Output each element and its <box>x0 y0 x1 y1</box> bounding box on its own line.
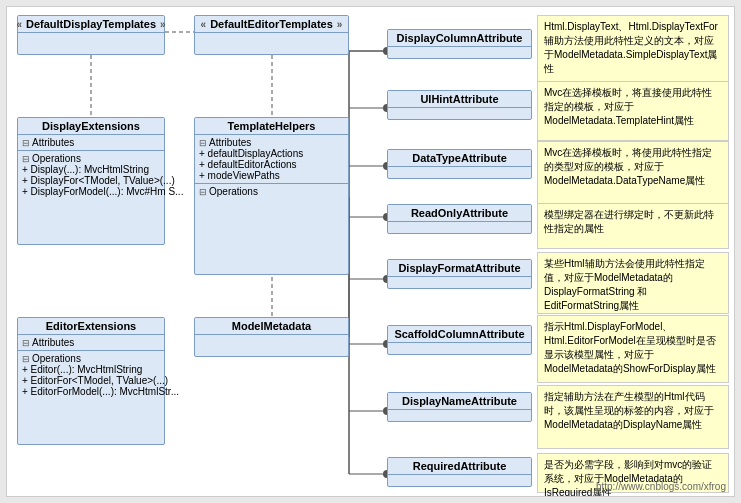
display-column-attr-box: DisplayColumnAttribute <box>387 29 532 59</box>
model-metadata-header: ModelMetadata <box>195 318 348 335</box>
template-helpers-attr-1: + defaultDisplayActions <box>199 148 344 159</box>
display-ext-op-1: + Display(...): MvcHtmlString <box>22 164 160 175</box>
required-attr-box: RequiredAttribute <box>387 457 532 487</box>
main-container: « DefaultDisplayTemplates » « DefaultEdi… <box>6 6 735 497</box>
template-helpers-attr-section: ⊟ Attributes + defaultDisplayActions + d… <box>195 135 348 184</box>
readonly-attr-box: ReadOnlyAttribute <box>387 204 532 234</box>
display-ext-op-3: + DisplayForModel(...): Mvc#Hm S... <box>22 186 160 197</box>
display-column-note-text: Html.DisplayText、Html.DisplayTextFor辅助方法… <box>544 21 718 74</box>
display-format-attr-box: DisplayFormatAttribute <box>387 259 532 289</box>
display-extensions-header: DisplayExtensions <box>18 118 164 135</box>
display-name-attr-header: DisplayNameAttribute <box>388 393 531 410</box>
template-helpers-attr-2: + defaultEditorActions <box>199 159 344 170</box>
stereo-icon-3: « <box>201 19 207 30</box>
data-type-attr-label: DataTypeAttribute <box>412 152 507 164</box>
template-helpers-box: TemplateHelpers ⊟ Attributes + defaultDi… <box>194 117 349 275</box>
display-ext-ops-header: ⊟ Operations <box>22 153 160 164</box>
readonly-note: 模型绑定器在进行绑定时，不更新此特性指定的属性 <box>537 203 729 249</box>
editor-extensions-header: EditorExtensions <box>18 318 164 335</box>
display-format-attr-label: DisplayFormatAttribute <box>398 262 520 274</box>
editor-ext-op-3: + EditorForModel(...): MvcHtmlStr... <box>22 386 160 397</box>
default-editor-templates-label: DefaultEditorTemplates <box>210 18 333 30</box>
default-editor-templates-box: « DefaultEditorTemplates » <box>194 15 349 55</box>
display-extensions-ops-section: ⊟ Operations + Display(...): MvcHtmlStri… <box>18 151 164 199</box>
required-attr-header: RequiredAttribute <box>388 458 531 475</box>
data-type-attr-box: DataTypeAttribute <box>387 149 532 179</box>
readonly-attr-label: ReadOnlyAttribute <box>411 207 508 219</box>
template-helpers-header: TemplateHelpers <box>195 118 348 135</box>
data-type-note: Mvc在选择模板时，将使用此特性指定的类型对应的模板，对应于ModelMetad… <box>537 141 729 205</box>
display-name-note-text: 指定辅助方法在产生模型的Html代码时，该属性呈现的标签的内容，对应于Model… <box>544 391 714 430</box>
readonly-note-text: 模型绑定器在进行绑定时，不更新此特性指定的属性 <box>544 209 714 234</box>
uihint-attr-box: UIHintAttribute <box>387 90 532 120</box>
model-metadata-label: ModelMetadata <box>232 320 311 332</box>
scaffold-column-note-text: 指示Html.DisplayForModel、Html.EditorForMod… <box>544 321 716 374</box>
editor-extensions-ops-section: ⊟ Operations + Editor(...): MvcHtmlStrin… <box>18 351 164 399</box>
template-helpers-ops-section: ⊟ Operations <box>195 184 348 199</box>
editor-ext-op-1: + Editor(...): MvcHtmlString <box>22 364 160 375</box>
uihint-attr-label: UIHintAttribute <box>420 93 498 105</box>
display-format-note-text: 某些Html辅助方法会使用此特性指定值，对应于ModelMetadata的Dis… <box>544 258 705 311</box>
default-display-templates-label: DefaultDisplayTemplates <box>26 18 156 30</box>
scaffold-column-attr-label: ScaffoldColumnAttribute <box>394 328 524 340</box>
display-extensions-attr-section: ⊟ Attributes <box>18 135 164 151</box>
stereo-icon-1: « <box>16 19 22 30</box>
display-extensions-box: DisplayExtensions ⊟ Attributes ⊟ Operati… <box>17 117 165 245</box>
display-name-attr-box: DisplayNameAttribute <box>387 392 532 422</box>
model-metadata-box: ModelMetadata <box>194 317 349 357</box>
scaffold-column-note: 指示Html.DisplayForModel、Html.EditorForMod… <box>537 315 729 383</box>
editor-extensions-attr-section: ⊟ Attributes <box>18 335 164 351</box>
display-column-attr-header: DisplayColumnAttribute <box>388 30 531 47</box>
readonly-attr-header: ReadOnlyAttribute <box>388 205 531 222</box>
editor-ext-attr-header: ⊟ Attributes <box>22 337 160 348</box>
watermark: http://www.cnblogs.com/xfrog <box>596 481 726 492</box>
scaffold-column-attr-header: ScaffoldColumnAttribute <box>388 326 531 343</box>
template-helpers-attr-header: ⊟ Attributes <box>199 137 344 148</box>
editor-extensions-label: EditorExtensions <box>46 320 136 332</box>
data-type-attr-header: DataTypeAttribute <box>388 150 531 167</box>
template-helpers-attr-3: + modeViewPaths <box>199 170 344 181</box>
display-column-note: Html.DisplayText、Html.DisplayTextFor辅助方法… <box>537 15 729 83</box>
template-helpers-ops-header: ⊟ Operations <box>199 186 344 197</box>
display-column-attr-label: DisplayColumnAttribute <box>397 32 523 44</box>
editor-ext-op-2: + EditorFor<TModel, TValue>(...) <box>22 375 160 386</box>
display-format-attr-header: DisplayFormatAttribute <box>388 260 531 277</box>
default-editor-templates-header: « DefaultEditorTemplates » <box>195 16 348 33</box>
required-attr-label: RequiredAttribute <box>413 460 507 472</box>
editor-ext-ops-header: ⊟ Operations <box>22 353 160 364</box>
default-display-templates-header: « DefaultDisplayTemplates » <box>18 16 164 33</box>
default-display-templates-box: « DefaultDisplayTemplates » <box>17 15 165 55</box>
scaffold-column-attr-box: ScaffoldColumnAttribute <box>387 325 532 355</box>
data-type-note-text: Mvc在选择模板时，将使用此特性指定的类型对应的模板，对应于ModelMetad… <box>544 147 712 186</box>
uihint-note: Mvc在选择模板时，将直接使用此特性指定的模板，对应于ModelMetadata… <box>537 81 729 141</box>
display-name-attr-label: DisplayNameAttribute <box>402 395 517 407</box>
uihint-attr-header: UIHintAttribute <box>388 91 531 108</box>
display-ext-op-2: + DisplayFor<TModel, TValue>(...) <box>22 175 160 186</box>
template-helpers-label: TemplateHelpers <box>228 120 316 132</box>
uihint-note-text: Mvc在选择模板时，将直接使用此特性指定的模板，对应于ModelMetadata… <box>544 87 712 126</box>
stereo-icon-4: » <box>337 19 343 30</box>
stereo-icon-2: » <box>160 19 166 30</box>
display-name-note: 指定辅助方法在产生模型的Html代码时，该属性呈现的标签的内容，对应于Model… <box>537 385 729 449</box>
display-format-note: 某些Html辅助方法会使用此特性指定值，对应于ModelMetadata的Dis… <box>537 252 729 314</box>
editor-extensions-box: EditorExtensions ⊟ Attributes ⊟ Operatio… <box>17 317 165 445</box>
display-ext-attr-header: ⊟ Attributes <box>22 137 160 148</box>
display-extensions-label: DisplayExtensions <box>42 120 140 132</box>
